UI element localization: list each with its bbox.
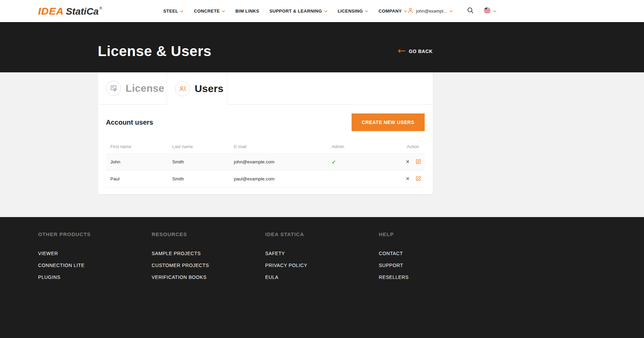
brand-logo[interactable]: IDEA StatiCa ® — [38, 5, 102, 17]
nav-item-label: LICENSING — [338, 8, 363, 14]
registered-mark: ® — [99, 6, 102, 10]
account-users-heading: Account users — [106, 119, 153, 126]
search-icon — [467, 7, 474, 15]
chevron-down-icon — [180, 10, 184, 12]
tab-license[interactable]: License — [98, 72, 167, 105]
tab-license-label: License — [126, 83, 165, 94]
user-email-label: john@exampl... — [416, 8, 447, 14]
logo-statica-text: StatiCa — [66, 6, 99, 17]
table-row: John Smith john@example.com ✓ ✕ — [106, 154, 425, 171]
edit-user-icon[interactable] — [416, 159, 421, 165]
nav-item-label: SUPPORT & LEARNING — [269, 8, 322, 14]
delete-user-icon[interactable]: ✕ — [406, 176, 410, 181]
footer-link-eula[interactable]: EULA — [265, 274, 379, 280]
cell-email: john@example.com — [230, 154, 327, 171]
table-row: Paul Smith paul@example.com ✕ — [106, 171, 425, 188]
cell-last-name: Smith — [168, 171, 230, 188]
footer-col-title: IDEA STATICA — [265, 231, 379, 237]
nav-item-support-learning[interactable]: SUPPORT & LEARNING — [269, 8, 327, 14]
footer-link-verification-books[interactable]: VERIFICATION BOOKS — [152, 274, 265, 280]
footer-link-support[interactable]: SUPPORT — [379, 263, 492, 268]
user-account-menu[interactable]: john@exampl... — [407, 7, 453, 15]
delete-user-icon[interactable]: ✕ — [406, 159, 410, 164]
admin-check-icon: ✓ — [332, 159, 336, 165]
cell-email: paul@example.com — [230, 171, 327, 188]
chevron-down-icon — [493, 10, 496, 12]
go-back-button[interactable]: GO BACK — [398, 48, 433, 54]
footer-link-privacy-policy[interactable]: PRIVACY POLICY — [265, 263, 379, 268]
nav-item-concrete[interactable]: CONCRETE — [194, 8, 225, 14]
chevron-down-icon — [324, 10, 327, 12]
footer-col-help: HELP CONTACT SUPPORT RESELLERS — [379, 231, 492, 286]
footer-link-safety[interactable]: SAFETY — [265, 251, 379, 256]
cell-last-name: Smith — [168, 154, 230, 171]
logo-idea-text: IDEA — [38, 5, 64, 17]
go-back-label: GO BACK — [409, 49, 433, 54]
footer-col-idea-statica: IDEA STATICA SAFETY PRIVACY POLICY EULA — [265, 231, 379, 286]
card-tabs: License Users — [98, 72, 433, 105]
page-title: License & Users — [98, 43, 211, 59]
nav-item-label: COMPANY — [378, 8, 402, 14]
nav-item-label: STEEL — [163, 8, 178, 14]
user-icon — [407, 7, 413, 15]
page-footer: OTHER PRODUCTS VIEWER CONNECTION LITE PL… — [0, 217, 644, 338]
nav-item-bim-links[interactable]: BIM LINKS — [235, 8, 259, 14]
footer-link-sample-projects[interactable]: SAMPLE PROJECTS — [152, 251, 265, 256]
chevron-down-icon — [365, 10, 368, 12]
chevron-down-icon — [450, 10, 453, 12]
tab-users[interactable]: Users — [167, 72, 227, 105]
footer-col-title: OTHER PRODUCTS — [38, 231, 152, 237]
nav-item-label: BIM LINKS — [235, 8, 259, 14]
top-header: IDEA StatiCa ® STEEL CONCRETE BIM LINKS — [0, 0, 644, 22]
footer-link-viewer[interactable]: VIEWER — [38, 251, 152, 256]
footer-col-resources: RESOURCES SAMPLE PROJECTS CUSTOMER PROJE… — [152, 231, 265, 286]
footer-col-title: HELP — [379, 231, 492, 237]
footer-link-connection-lite[interactable]: CONNECTION LITE — [38, 263, 152, 268]
cell-first-name: John — [106, 154, 168, 171]
search-button[interactable] — [467, 7, 474, 15]
language-selector[interactable] — [484, 7, 496, 15]
footer-link-plugins[interactable]: PLUGINS — [38, 274, 152, 280]
nav-item-steel[interactable]: STEEL — [163, 8, 184, 14]
license-tab-icon — [106, 81, 121, 96]
users-tab-icon — [175, 81, 190, 96]
chevron-down-icon — [222, 10, 225, 12]
nav-item-label: CONCRETE — [194, 8, 220, 14]
nav-item-licensing[interactable]: LICENSING — [338, 8, 368, 14]
header-right-group: john@exampl... — [407, 7, 497, 15]
footer-link-contact[interactable]: CONTACT — [379, 251, 492, 256]
col-header-admin: Admin — [327, 140, 401, 154]
footer-col-other-products: OTHER PRODUCTS VIEWER CONNECTION LITE PL… — [38, 231, 152, 286]
main-content: License Users — [0, 72, 644, 217]
footer-link-resellers[interactable]: RESELLERS — [379, 274, 492, 280]
license-users-card: License Users — [98, 72, 433, 194]
col-header-first-name: First name — [106, 140, 168, 154]
col-header-last-name: Last name — [168, 140, 230, 154]
cell-first-name: Paul — [106, 171, 168, 188]
main-nav: STEEL CONCRETE BIM LINKS SUPPORT & LEARN… — [163, 8, 407, 14]
back-arrow-icon — [398, 48, 405, 54]
chevron-down-icon — [404, 10, 407, 12]
tab-users-label: Users — [195, 83, 224, 94]
edit-user-icon[interactable] — [416, 176, 421, 182]
footer-link-customer-projects[interactable]: CUSTOMER PROJECTS — [152, 263, 265, 268]
footer-col-title: RESOURCES — [152, 231, 265, 237]
flag-us-icon — [484, 7, 491, 15]
tabs-filler — [227, 72, 433, 105]
nav-item-company[interactable]: COMPANY — [378, 8, 407, 14]
col-header-action: Action — [401, 140, 425, 154]
create-new-users-button[interactable]: CREATE NEW USERS — [352, 113, 425, 131]
col-header-email: E-mail — [230, 140, 327, 154]
table-header-row: First name Last name E-mail Admin Action — [106, 140, 425, 154]
users-table: First name Last name E-mail Admin Action… — [106, 140, 425, 188]
